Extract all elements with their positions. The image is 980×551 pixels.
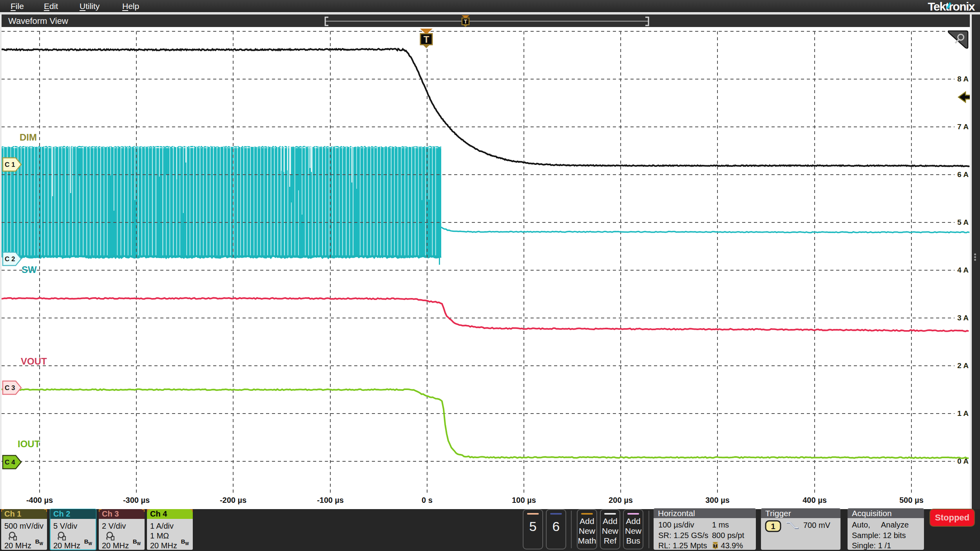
- svg-text:T: T: [424, 34, 429, 45]
- svg-text:8 A: 8 A: [957, 75, 969, 83]
- svg-text:IOUT: IOUT: [18, 439, 40, 449]
- svg-text:-200 µs: -200 µs: [220, 496, 246, 504]
- svg-text:6 A: 6 A: [957, 170, 969, 179]
- svg-text:-400 µs: -400 µs: [26, 496, 53, 504]
- svg-text:0 A: 0 A: [957, 457, 969, 465]
- svg-text:2 A: 2 A: [957, 361, 969, 370]
- svg-text:3 A: 3 A: [957, 314, 969, 322]
- svg-text:0 s: 0 s: [422, 496, 433, 504]
- svg-text:300 µs: 300 µs: [705, 496, 730, 504]
- svg-text:7 A: 7 A: [957, 123, 969, 131]
- svg-text:100 µs: 100 µs: [512, 496, 536, 504]
- svg-text:VOUT: VOUT: [21, 356, 47, 367]
- svg-text:C 4: C 4: [5, 459, 15, 466]
- svg-text:-300 µs: -300 µs: [123, 496, 150, 504]
- svg-text:T: T: [464, 18, 467, 25]
- svg-text:T: T: [714, 544, 716, 548]
- svg-text:-100 µs: -100 µs: [317, 496, 344, 504]
- svg-text:400 µs: 400 µs: [802, 496, 827, 504]
- svg-text:C 2: C 2: [5, 255, 15, 263]
- svg-text:C 1: C 1: [5, 161, 15, 168]
- svg-text:1 A: 1 A: [957, 409, 969, 417]
- svg-text:200 µs: 200 µs: [609, 496, 633, 504]
- svg-text:C 3: C 3: [5, 384, 15, 392]
- svg-text:5 A: 5 A: [957, 218, 969, 226]
- svg-text:500 µs: 500 µs: [899, 496, 924, 504]
- svg-text:DIM: DIM: [20, 132, 37, 143]
- svg-text:SW: SW: [22, 264, 37, 275]
- svg-text:1: 1: [771, 522, 775, 531]
- svg-text:4 A: 4 A: [957, 266, 969, 274]
